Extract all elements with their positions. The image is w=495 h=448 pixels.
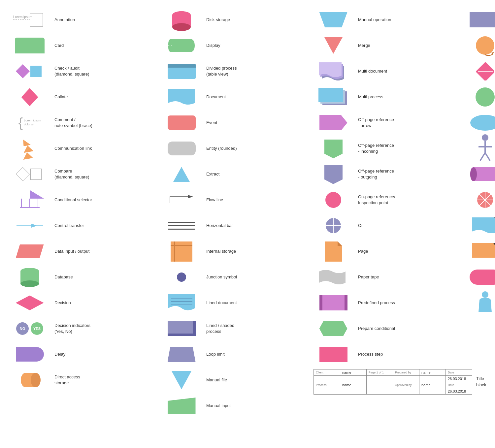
item-label: Merge	[358, 43, 459, 48]
manual-file-icon	[170, 369, 193, 391]
item-label: Manual input	[206, 403, 307, 409]
list-item: Manual operation	[314, 8, 459, 31]
list-item: Prepare conditional	[314, 317, 459, 340]
svg-marker-27	[188, 195, 193, 198]
list-item: Multi process	[314, 85, 459, 109]
tagged-process-icon	[471, 242, 495, 261]
item-label: Off-page reference - arrow	[358, 117, 459, 129]
list-item: Off-page reference - incoming	[314, 137, 459, 160]
item-label: Comment / note symbol (brace)	[54, 117, 155, 129]
shape-paper-tape	[314, 267, 353, 287]
process-name: name	[340, 382, 367, 388]
list-item: Extract	[162, 163, 307, 186]
title-block-table: Client name Page 1 of 1 Prepared by name…	[314, 369, 472, 395]
annotation-icon: Lorem ipsum	[12, 12, 48, 28]
shape-offpage-outgoing	[314, 164, 353, 184]
shape-flow-line	[162, 190, 201, 210]
shape-merge	[314, 36, 353, 55]
process-step-icon	[319, 347, 347, 362]
shape-lined-shaded	[162, 319, 201, 338]
shape-lined-document	[162, 293, 201, 313]
shape-annotation: Lorem ipsum	[10, 10, 50, 30]
item-label: Manual operation	[358, 17, 459, 23]
item-label: Flow line	[206, 197, 307, 203]
terminal-point-icon	[470, 270, 495, 285]
no-badge: NO	[16, 322, 29, 335]
shape-offpage-incoming	[314, 139, 353, 158]
list-item: Entity (rounded)	[162, 137, 307, 160]
item-label: Communication link	[54, 145, 155, 151]
shape-display	[162, 36, 201, 55]
list-item: Stickman pictogram	[465, 137, 495, 160]
process-label: Process	[314, 382, 340, 388]
list-item: Sort	[465, 60, 495, 83]
svg-point-16	[20, 268, 39, 274]
square-icon	[30, 66, 42, 77]
list-item: On-page reference/ Inspection point	[314, 188, 459, 211]
parallelogram-icon	[16, 244, 44, 258]
shape-tagged-document	[465, 216, 495, 236]
list-item: Multi document	[314, 60, 459, 83]
svg-point-20	[21, 373, 31, 387]
multi-process-icon	[318, 88, 348, 106]
item-label: Or	[358, 223, 459, 229]
item-label: Predefined process	[358, 300, 459, 306]
item-label: Card	[54, 43, 155, 48]
collate-icon	[21, 88, 38, 106]
shape-direct-access-storage	[10, 370, 50, 390]
svg-point-24	[172, 11, 191, 19]
item-label: Annotation	[54, 17, 155, 23]
svg-marker-11	[31, 224, 37, 228]
sort-icon	[476, 62, 494, 80]
list-item: Delay	[10, 343, 155, 366]
shape-delay	[10, 344, 50, 364]
shape-sequential-access	[465, 36, 495, 55]
shape-comment: { Lorem ipsumdolor sit	[10, 113, 50, 133]
item-label: Lined / shaded process	[206, 323, 307, 335]
shape-start-ellipse	[465, 113, 495, 133]
item-label: Junction symbol	[206, 274, 307, 280]
svg-marker-5	[30, 190, 44, 199]
svg-point-19	[31, 373, 41, 387]
prepare-cond-icon	[319, 321, 347, 336]
or-icon	[325, 217, 342, 234]
summary-icon	[477, 191, 494, 208]
list-item: Stored data	[465, 163, 495, 186]
item-label: Check / audit (diamond, square)	[54, 65, 155, 77]
shape-decision-indicators: NO YES	[10, 319, 50, 338]
shape-page	[314, 241, 353, 261]
offpage-arrow-icon	[319, 115, 347, 130]
list-item: Merge	[314, 34, 459, 57]
item-label: Event	[206, 120, 307, 126]
multi-document-icon	[318, 61, 348, 82]
conditional-selector-icon	[15, 189, 45, 211]
shape-conditional-selector	[10, 190, 50, 210]
list-item: Sequential access storage	[465, 34, 495, 57]
list-item: Tagged document	[465, 214, 495, 237]
list-item: Conditional selector	[10, 188, 155, 211]
display-icon	[167, 37, 196, 54]
list-item: Internal storage	[162, 240, 307, 263]
predefined-process-icon	[319, 295, 347, 310]
delay-icon	[16, 347, 44, 362]
diamond-decision-icon	[16, 296, 44, 310]
svg-marker-34	[172, 371, 191, 389]
item-label: Lined document	[206, 300, 307, 306]
shape-start-circle	[465, 87, 495, 107]
disk-storage-icon	[171, 9, 192, 31]
shape-prepare-conditional	[314, 319, 353, 338]
svg-rect-62	[472, 243, 495, 258]
flow-line-icon	[168, 193, 195, 207]
svg-marker-2	[21, 88, 38, 97]
shape-manual-operation	[314, 10, 353, 30]
svg-marker-39	[324, 140, 343, 158]
column-2: Disk storage Display Divided process (ta…	[158, 7, 310, 422]
item-label: Horizontal bar	[206, 223, 307, 229]
card-icon	[15, 38, 45, 53]
list-item: Terminal point	[465, 266, 495, 289]
svg-point-46	[476, 36, 494, 55]
title-block-container: Client name Page 1 of 1 Prepared by name…	[314, 369, 459, 395]
svg-point-50	[482, 134, 488, 141]
shape-reference-point	[465, 10, 495, 30]
manual-input-icon	[168, 398, 196, 414]
